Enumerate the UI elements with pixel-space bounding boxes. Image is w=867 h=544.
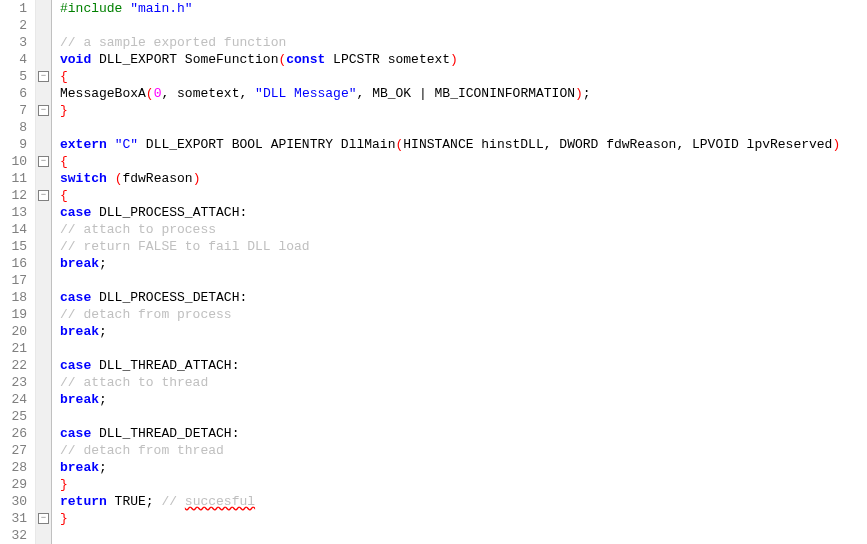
fold-toggle-icon[interactable] bbox=[38, 71, 49, 82]
token: { bbox=[60, 188, 68, 203]
token: : bbox=[239, 290, 247, 305]
token: case bbox=[60, 358, 91, 373]
line-number: 14 bbox=[0, 221, 27, 238]
line-number: 23 bbox=[0, 374, 27, 391]
token: // detach from thread bbox=[60, 443, 224, 458]
token: ; bbox=[99, 392, 107, 407]
token: LPCSTR sometext bbox=[325, 52, 450, 67]
code-line[interactable]: { bbox=[60, 187, 867, 204]
token: #include bbox=[60, 1, 130, 16]
token: break bbox=[60, 460, 99, 475]
code-line[interactable]: extern "C" DLL_EXPORT BOOL APIENTRY DllM… bbox=[60, 136, 867, 153]
fold-toggle-icon[interactable] bbox=[38, 156, 49, 167]
code-line[interactable]: // return FALSE to fail DLL load bbox=[60, 238, 867, 255]
line-number: 21 bbox=[0, 340, 27, 357]
code-line[interactable] bbox=[60, 272, 867, 289]
token: ; bbox=[99, 256, 107, 271]
code-line[interactable]: break; bbox=[60, 255, 867, 272]
code-line[interactable]: void DLL_EXPORT SomeFunction(const LPCST… bbox=[60, 51, 867, 68]
token: const bbox=[286, 52, 325, 67]
token: | bbox=[419, 86, 427, 101]
token: } bbox=[60, 477, 68, 492]
fold-toggle-icon[interactable] bbox=[38, 190, 49, 201]
token: ) bbox=[450, 52, 458, 67]
code-line[interactable]: break; bbox=[60, 323, 867, 340]
fold-margin bbox=[36, 0, 52, 544]
code-line[interactable] bbox=[60, 119, 867, 136]
token: // a sample exported function bbox=[60, 35, 286, 50]
token: succesful bbox=[185, 494, 255, 509]
line-number: 11 bbox=[0, 170, 27, 187]
code-line[interactable]: // detach from thread bbox=[60, 442, 867, 459]
code-line[interactable]: MessageBoxA(0, sometext, "DLL Message", … bbox=[60, 85, 867, 102]
code-line[interactable]: case DLL_THREAD_DETACH: bbox=[60, 425, 867, 442]
line-number: 13 bbox=[0, 204, 27, 221]
fold-toggle-icon[interactable] bbox=[38, 105, 49, 116]
line-number: 26 bbox=[0, 425, 27, 442]
token: "C" bbox=[115, 137, 138, 152]
code-line[interactable]: } bbox=[60, 476, 867, 493]
fold-toggle-icon[interactable] bbox=[38, 513, 49, 524]
line-number: 1 bbox=[0, 0, 27, 17]
code-line[interactable] bbox=[60, 340, 867, 357]
code-line[interactable]: // a sample exported function bbox=[60, 34, 867, 51]
code-line[interactable] bbox=[60, 17, 867, 34]
token: break bbox=[60, 392, 99, 407]
code-line[interactable]: break; bbox=[60, 459, 867, 476]
line-number: 7 bbox=[0, 102, 27, 119]
token: MessageBoxA bbox=[60, 86, 146, 101]
token: LPVOID lpvReserved bbox=[684, 137, 832, 152]
token bbox=[107, 171, 115, 186]
code-line[interactable]: } bbox=[60, 510, 867, 527]
code-line[interactable] bbox=[60, 527, 867, 544]
token: // attach to thread bbox=[60, 375, 208, 390]
code-line[interactable]: break; bbox=[60, 391, 867, 408]
token: : bbox=[239, 205, 247, 220]
token: ( bbox=[146, 86, 154, 101]
token: // return FALSE to fail DLL load bbox=[60, 239, 310, 254]
code-line[interactable]: case DLL_PROCESS_DETACH: bbox=[60, 289, 867, 306]
token: TRUE bbox=[107, 494, 146, 509]
token: extern bbox=[60, 137, 107, 152]
line-number: 3 bbox=[0, 34, 27, 51]
line-number: 4 bbox=[0, 51, 27, 68]
code-line[interactable]: case DLL_THREAD_ATTACH: bbox=[60, 357, 867, 374]
code-line[interactable]: #include "main.h" bbox=[60, 0, 867, 17]
token: ; bbox=[146, 494, 154, 509]
line-number: 28 bbox=[0, 459, 27, 476]
token: break bbox=[60, 256, 99, 271]
token: DLL_PROCESS_ATTACH bbox=[91, 205, 239, 220]
token: case bbox=[60, 205, 91, 220]
line-number: 9 bbox=[0, 136, 27, 153]
code-line[interactable]: // attach to thread bbox=[60, 374, 867, 391]
code-line[interactable]: } bbox=[60, 102, 867, 119]
line-number: 31 bbox=[0, 510, 27, 527]
code-area[interactable]: #include "main.h" // a sample exported f… bbox=[52, 0, 867, 544]
token: ; bbox=[583, 86, 591, 101]
code-editor[interactable]: 1234567891011121314151617181920212223242… bbox=[0, 0, 867, 544]
token: switch bbox=[60, 171, 107, 186]
line-number: 20 bbox=[0, 323, 27, 340]
line-number: 12 bbox=[0, 187, 27, 204]
code-line[interactable]: { bbox=[60, 68, 867, 85]
token: ) bbox=[832, 137, 840, 152]
code-line[interactable]: switch (fdwReason) bbox=[60, 170, 867, 187]
code-line[interactable]: case DLL_PROCESS_ATTACH: bbox=[60, 204, 867, 221]
token: HINSTANCE hinstDLL bbox=[403, 137, 543, 152]
code-line[interactable]: // detach from process bbox=[60, 306, 867, 323]
token: { bbox=[60, 154, 68, 169]
token: , bbox=[544, 137, 552, 152]
code-line[interactable]: { bbox=[60, 153, 867, 170]
token: return bbox=[60, 494, 107, 509]
token: // bbox=[161, 494, 184, 509]
line-number: 10 bbox=[0, 153, 27, 170]
token: DLL_EXPORT SomeFunction bbox=[91, 52, 278, 67]
code-line[interactable]: return TRUE; // succesful bbox=[60, 493, 867, 510]
line-number: 32 bbox=[0, 527, 27, 544]
code-line[interactable] bbox=[60, 408, 867, 425]
token: : bbox=[232, 426, 240, 441]
line-number: 22 bbox=[0, 357, 27, 374]
token: } bbox=[60, 103, 68, 118]
code-line[interactable]: // attach to process bbox=[60, 221, 867, 238]
token: case bbox=[60, 426, 91, 441]
